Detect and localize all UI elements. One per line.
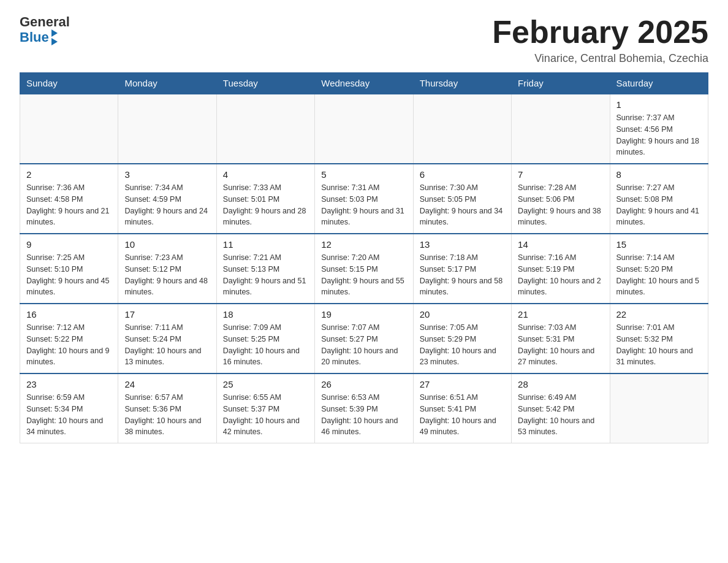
day-number: 17 [124, 309, 210, 320]
day-number: 21 [518, 309, 603, 320]
day-info: Sunrise: 7:31 AMSunset: 5:03 PMDaylight:… [321, 182, 406, 228]
logo-blue: Blue [20, 30, 49, 45]
day-number: 19 [321, 309, 406, 320]
calendar-cell: 26Sunrise: 6:53 AMSunset: 5:39 PMDayligh… [315, 373, 413, 443]
day-info: Sunrise: 7:25 AMSunset: 5:10 PMDaylight:… [26, 252, 112, 298]
day-number: 24 [124, 379, 210, 389]
day-number: 6 [420, 169, 505, 180]
day-info: Sunrise: 7:33 AMSunset: 5:01 PMDaylight:… [223, 182, 308, 228]
column-header-friday: Friday [512, 73, 610, 94]
day-number: 9 [26, 239, 112, 250]
day-info: Sunrise: 7:21 AMSunset: 5:13 PMDaylight:… [223, 252, 308, 298]
calendar-cell: 12Sunrise: 7:20 AMSunset: 5:15 PMDayligh… [315, 234, 413, 304]
calendar-cell: 19Sunrise: 7:07 AMSunset: 5:27 PMDayligh… [315, 304, 413, 373]
day-number: 4 [223, 169, 308, 180]
day-info: Sunrise: 6:51 AMSunset: 5:41 PMDaylight:… [420, 392, 505, 438]
column-header-tuesday: Tuesday [216, 73, 314, 94]
calendar-header-row: SundayMondayTuesdayWednesdayThursdayFrid… [20, 73, 708, 94]
logo-general: General [20, 15, 70, 29]
day-info: Sunrise: 6:55 AMSunset: 5:37 PMDaylight:… [223, 392, 308, 438]
day-number: 28 [518, 379, 603, 389]
day-info: Sunrise: 7:09 AMSunset: 5:25 PMDaylight:… [223, 322, 308, 368]
calendar-cell [20, 94, 118, 164]
column-header-wednesday: Wednesday [315, 73, 413, 94]
calendar-cell: 9Sunrise: 7:25 AMSunset: 5:10 PMDaylight… [20, 234, 118, 304]
day-number: 26 [321, 379, 406, 389]
day-info: Sunrise: 7:27 AMSunset: 5:08 PMDaylight:… [616, 182, 702, 228]
title-block: February 2025 Vinarice, Central Bohemia,… [492, 15, 708, 65]
day-number: 2 [26, 169, 112, 180]
day-info: Sunrise: 7:18 AMSunset: 5:17 PMDaylight:… [420, 252, 505, 298]
calendar-cell: 5Sunrise: 7:31 AMSunset: 5:03 PMDaylight… [315, 164, 413, 234]
day-number: 11 [223, 239, 308, 250]
day-number: 15 [616, 239, 702, 250]
calendar-cell: 1Sunrise: 7:37 AMSunset: 4:56 PMDaylight… [610, 94, 708, 164]
day-number: 25 [223, 379, 308, 389]
day-number: 8 [616, 169, 702, 180]
calendar-cell: 4Sunrise: 7:33 AMSunset: 5:01 PMDaylight… [216, 164, 314, 234]
calendar-cell: 6Sunrise: 7:30 AMSunset: 5:05 PMDaylight… [413, 164, 511, 234]
calendar-cell: 10Sunrise: 7:23 AMSunset: 5:12 PMDayligh… [118, 234, 216, 304]
day-info: Sunrise: 6:59 AMSunset: 5:34 PMDaylight:… [26, 392, 112, 438]
day-number: 1 [616, 99, 702, 110]
calendar-cell: 24Sunrise: 6:57 AMSunset: 5:36 PMDayligh… [118, 373, 216, 443]
calendar-cell: 20Sunrise: 7:05 AMSunset: 5:29 PMDayligh… [413, 304, 511, 373]
calendar-cell: 11Sunrise: 7:21 AMSunset: 5:13 PMDayligh… [216, 234, 314, 304]
day-info: Sunrise: 7:14 AMSunset: 5:20 PMDaylight:… [616, 252, 702, 298]
day-info: Sunrise: 7:30 AMSunset: 5:05 PMDaylight:… [420, 182, 505, 228]
calendar-cell: 25Sunrise: 6:55 AMSunset: 5:37 PMDayligh… [216, 373, 314, 443]
calendar-cell: 14Sunrise: 7:16 AMSunset: 5:19 PMDayligh… [512, 234, 610, 304]
calendar-cell: 7Sunrise: 7:28 AMSunset: 5:06 PMDaylight… [512, 164, 610, 234]
day-number: 20 [420, 309, 505, 320]
day-info: Sunrise: 7:05 AMSunset: 5:29 PMDaylight:… [420, 322, 505, 368]
day-info: Sunrise: 7:36 AMSunset: 4:58 PMDaylight:… [26, 182, 112, 228]
day-number: 10 [124, 239, 210, 250]
calendar-cell [413, 94, 511, 164]
day-info: Sunrise: 6:49 AMSunset: 5:42 PMDaylight:… [518, 392, 603, 438]
column-header-saturday: Saturday [610, 73, 708, 94]
calendar-cell: 8Sunrise: 7:27 AMSunset: 5:08 PMDaylight… [610, 164, 708, 234]
calendar-cell: 15Sunrise: 7:14 AMSunset: 5:20 PMDayligh… [610, 234, 708, 304]
day-number: 16 [26, 309, 112, 320]
day-number: 22 [616, 309, 702, 320]
day-info: Sunrise: 7:01 AMSunset: 5:32 PMDaylight:… [616, 322, 702, 368]
day-info: Sunrise: 7:37 AMSunset: 4:56 PMDaylight:… [616, 112, 702, 158]
day-info: Sunrise: 7:11 AMSunset: 5:24 PMDaylight:… [124, 322, 210, 368]
month-title: February 2025 [492, 15, 708, 50]
day-info: Sunrise: 6:57 AMSunset: 5:36 PMDaylight:… [124, 392, 210, 438]
calendar-cell: 21Sunrise: 7:03 AMSunset: 5:31 PMDayligh… [512, 304, 610, 373]
calendar-cell: 3Sunrise: 7:34 AMSunset: 4:59 PMDaylight… [118, 164, 216, 234]
calendar-week-row: 16Sunrise: 7:12 AMSunset: 5:22 PMDayligh… [20, 304, 708, 373]
day-info: Sunrise: 6:53 AMSunset: 5:39 PMDaylight:… [321, 392, 406, 438]
calendar-cell: 28Sunrise: 6:49 AMSunset: 5:42 PMDayligh… [512, 373, 610, 443]
calendar-cell: 13Sunrise: 7:18 AMSunset: 5:17 PMDayligh… [413, 234, 511, 304]
calendar-cell [315, 94, 413, 164]
day-number: 27 [420, 379, 505, 389]
calendar-cell [610, 373, 708, 443]
day-number: 5 [321, 169, 406, 180]
calendar-cell [512, 94, 610, 164]
day-info: Sunrise: 7:34 AMSunset: 4:59 PMDaylight:… [124, 182, 210, 228]
day-number: 12 [321, 239, 406, 250]
calendar-cell: 17Sunrise: 7:11 AMSunset: 5:24 PMDayligh… [118, 304, 216, 373]
calendar-cell: 18Sunrise: 7:09 AMSunset: 5:25 PMDayligh… [216, 304, 314, 373]
calendar-cell: 27Sunrise: 6:51 AMSunset: 5:41 PMDayligh… [413, 373, 511, 443]
day-info: Sunrise: 7:20 AMSunset: 5:15 PMDaylight:… [321, 252, 406, 298]
day-number: 13 [420, 239, 505, 250]
calendar-week-row: 1Sunrise: 7:37 AMSunset: 4:56 PMDaylight… [20, 94, 708, 164]
day-info: Sunrise: 7:23 AMSunset: 5:12 PMDaylight:… [124, 252, 210, 298]
calendar-week-row: 23Sunrise: 6:59 AMSunset: 5:34 PMDayligh… [20, 373, 708, 443]
day-info: Sunrise: 7:03 AMSunset: 5:31 PMDaylight:… [518, 322, 603, 368]
calendar-cell: 16Sunrise: 7:12 AMSunset: 5:22 PMDayligh… [20, 304, 118, 373]
day-info: Sunrise: 7:12 AMSunset: 5:22 PMDaylight:… [26, 322, 112, 368]
day-number: 3 [124, 169, 210, 180]
day-number: 18 [223, 309, 308, 320]
logo-arrow-bottom [51, 38, 58, 45]
calendar-cell: 22Sunrise: 7:01 AMSunset: 5:32 PMDayligh… [610, 304, 708, 373]
calendar-cell: 2Sunrise: 7:36 AMSunset: 4:58 PMDaylight… [20, 164, 118, 234]
location: Vinarice, Central Bohemia, Czechia [492, 52, 708, 65]
column-header-thursday: Thursday [413, 73, 511, 94]
day-info: Sunrise: 7:28 AMSunset: 5:06 PMDaylight:… [518, 182, 603, 228]
column-header-sunday: Sunday [20, 73, 118, 94]
page-header: General Blue February 2025 Vinarice, Cen… [20, 15, 708, 65]
